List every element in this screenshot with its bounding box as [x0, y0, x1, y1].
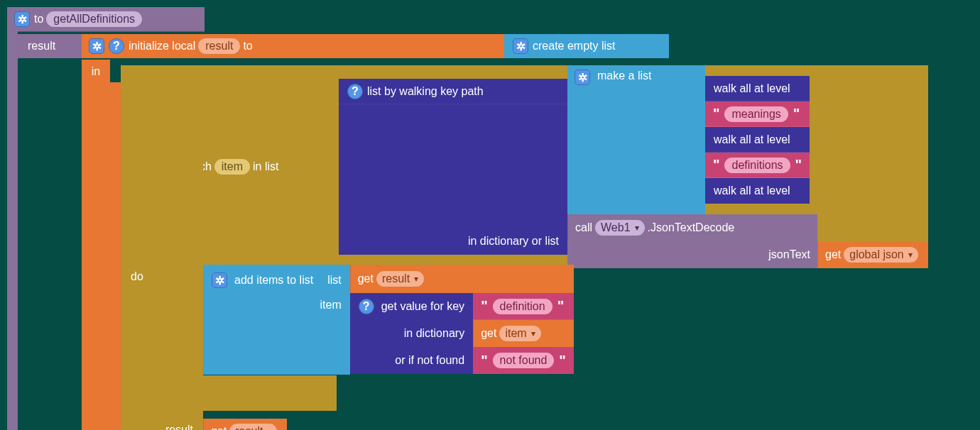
foreach-block[interactable]: do for each item in list ? list by walki…	[121, 65, 928, 268]
component-dropdown[interactable]: Web1	[595, 220, 645, 236]
init-to: to	[243, 40, 252, 53]
walk-label: list by walking key path	[367, 85, 484, 98]
inlist-label: in list	[253, 160, 278, 173]
help-icon[interactable]: ?	[359, 299, 374, 314]
gear-icon[interactable]: ✲	[513, 38, 528, 54]
initialize-local-block[interactable]: ✲ ? initialize local result to ✲ create …	[82, 34, 980, 58]
additems-label: add items to list	[234, 274, 313, 287]
indict-label: in dictionary	[404, 327, 464, 340]
gear-icon[interactable]: ✲	[212, 272, 227, 288]
call-label: call	[575, 221, 592, 234]
help-icon[interactable]: ?	[347, 84, 363, 99]
procedure-spine	[7, 28, 18, 430]
item-socket-label: item	[305, 299, 341, 312]
text-string-block[interactable]: "not found"	[473, 347, 574, 374]
get-value-for-key-block[interactable]: ? get value for key in dictionary or if …	[350, 293, 473, 374]
add-items-block[interactable]: ✲ add items to list list item	[203, 265, 350, 375]
walk-key-path-block[interactable]: ? list by walking key path in dictionary…	[339, 65, 928, 268]
foreach-result-label: result	[121, 419, 203, 430]
get-label: get	[211, 425, 227, 430]
init-var[interactable]: result	[198, 38, 240, 54]
init-label: initialize local	[129, 40, 195, 53]
walk-all-item[interactable]: walk all at level	[705, 76, 810, 101]
procedure-header[interactable]: ✲ to getAllDefinitions	[7, 7, 205, 32]
notfound-label: or if not found	[395, 354, 464, 367]
walk-all-item[interactable]: walk all at level	[705, 178, 810, 204]
get-label: get	[358, 272, 374, 285]
get-result-block[interactable]: get result	[350, 265, 574, 293]
procedure-result-label: result	[18, 34, 82, 58]
gear-icon[interactable]: ✲	[14, 11, 30, 27]
call-block[interactable]: call Web1 .JsonTextDecode	[567, 214, 817, 241]
help-icon[interactable]: ?	[109, 38, 124, 54]
olive-inner-footer	[198, 375, 337, 411]
get-var-dropdown[interactable]: global json	[844, 247, 918, 263]
get-var-dropdown[interactable]: result	[376, 271, 424, 287]
list-socket-label: list	[313, 274, 342, 287]
get-var-dropdown[interactable]: item	[499, 326, 540, 341]
create-empty-list-block[interactable]: ✲ create empty list	[504, 34, 669, 58]
get-result-block[interactable]: get result	[203, 419, 287, 430]
gear-icon[interactable]: ✲	[575, 70, 590, 85]
text-string-block[interactable]: "definition"	[473, 293, 574, 320]
make-list-block[interactable]: ✲ make a list	[567, 65, 705, 214]
in-label: in	[82, 60, 110, 82]
empty-list-label: create empty list	[533, 40, 615, 53]
get-label: get	[825, 248, 841, 261]
getvalue-label: get value for key	[381, 300, 464, 313]
get-label: get	[481, 327, 496, 340]
orange-spine	[82, 82, 121, 430]
to-label: to	[34, 13, 43, 26]
param-label: jsonText	[567, 241, 817, 268]
procedure-name[interactable]: getAllDefinitions	[46, 11, 142, 27]
get-item-block[interactable]: get item	[473, 320, 574, 347]
text-string-block[interactable]: "meanings"	[705, 101, 810, 127]
gear-icon[interactable]: ✲	[89, 38, 104, 54]
makelist-label: make a list	[597, 70, 651, 210]
inner-do-label: do	[121, 265, 203, 378]
method-label: .JsonTextDecode	[648, 221, 735, 234]
walk-all-item[interactable]: walk all at level	[705, 127, 810, 153]
text-string-block[interactable]: "definitions"	[705, 153, 810, 178]
get-var-dropdown[interactable]: result	[229, 424, 277, 430]
in-dict-label: in dictionary or list	[339, 228, 567, 255]
foreach-item[interactable]: item	[214, 159, 250, 175]
olive-spine	[121, 91, 203, 430]
get-block[interactable]: get global json	[817, 242, 928, 268]
